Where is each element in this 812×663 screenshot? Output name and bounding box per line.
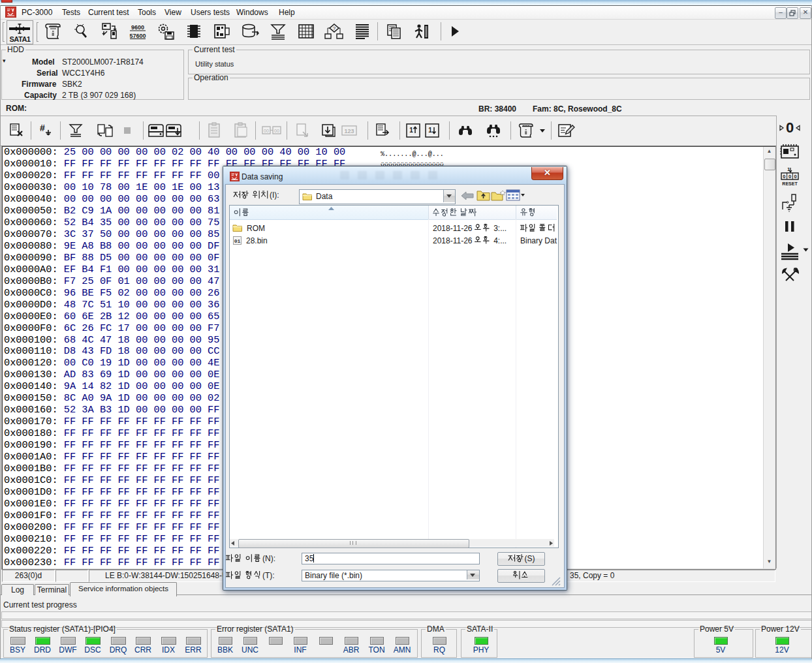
svg-text:0: 0 bbox=[786, 120, 794, 136]
svg-text:00: 00 bbox=[274, 129, 279, 133]
svg-text:#: # bbox=[40, 123, 45, 133]
svg-text:1: 1 bbox=[428, 127, 432, 134]
svg-text:RESET: RESET bbox=[782, 181, 798, 186]
svg-text:0: 0 bbox=[783, 174, 785, 179]
svg-text:123: 123 bbox=[344, 128, 354, 134]
svg-text:9600: 9600 bbox=[131, 24, 144, 31]
svg-text:0: 0 bbox=[789, 174, 791, 179]
svg-text:?: ? bbox=[333, 25, 336, 31]
svg-text:57600: 57600 bbox=[129, 33, 146, 39]
svg-text:01: 01 bbox=[234, 238, 241, 244]
svg-text:00: 00 bbox=[264, 129, 269, 133]
svg-text:1: 1 bbox=[409, 127, 413, 134]
svg-text:0: 0 bbox=[794, 174, 797, 179]
